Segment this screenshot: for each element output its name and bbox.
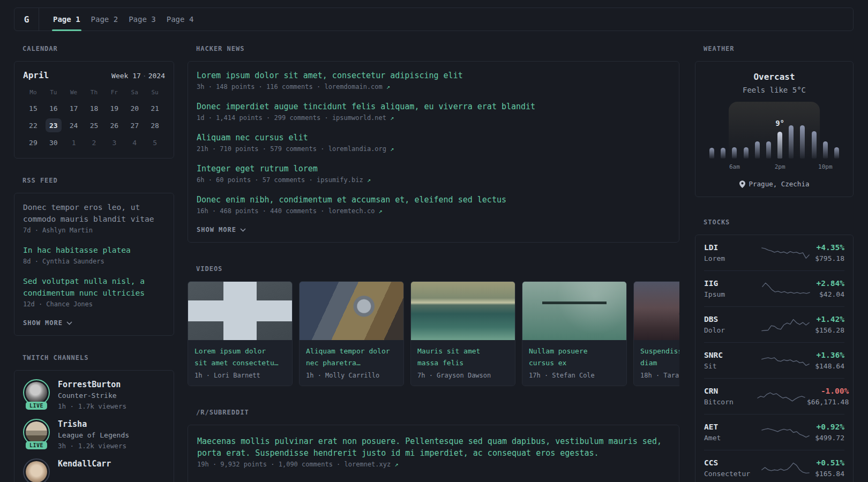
hackernews-item-domain[interactable]: loremtech.co (328, 207, 375, 215)
subreddit-item-title[interactable]: Maecenas mollis pulvinar erat non posuer… (197, 435, 670, 459)
weather-condition: Overcast (705, 71, 843, 83)
hackernews-item: Integer eget rutrum lorem 6h · 60 points… (197, 163, 670, 184)
external-link-icon[interactable]: ↗ (390, 114, 394, 122)
twitch-avatar-wrap: LIVE (23, 379, 50, 406)
nav-tab[interactable]: Page 4 (161, 8, 199, 31)
weather-time-label: 2pm (775, 163, 785, 170)
weather-temp-bar (823, 141, 828, 159)
video-meta: 17h · Stefan Cole (529, 372, 620, 379)
hackernews-item-domain[interactable]: ipsumify.biz (317, 176, 363, 184)
hackernews-item-domain[interactable]: loremlandia.org (328, 145, 386, 153)
rss-item-title[interactable]: In hac habitasse platea (23, 244, 165, 256)
avatar (26, 461, 47, 482)
hackernews-item-domain[interactable]: loremdomain.com (324, 83, 382, 91)
stock-symbol: LDI (704, 242, 755, 253)
hackernews-item-title[interactable]: Aliquam nec cursus elit (197, 132, 670, 144)
rss-show-more-button[interactable]: SHOW MORE (23, 319, 72, 327)
stock-name: Ipsum (704, 289, 755, 300)
video-card[interactable]: Aliquam tempor dolor nec pharetra… 1h · … (299, 281, 404, 386)
stock-row[interactable]: SNRC Sit +1.36% $148.64 (704, 342, 844, 378)
calendar-widget: CALENDAR April Week 17·2024 Mo Tu We (14, 45, 174, 159)
calendar-day: 29 (23, 135, 43, 149)
video-card[interactable]: Mauris sit amet massa felis 7h · Grayson… (410, 281, 515, 386)
twitch-channel-category: Counter-Strike (58, 390, 126, 401)
weather-temp-bar (789, 125, 794, 159)
stock-row[interactable]: CCS Consectetur +0.51% $165.84 (704, 450, 844, 482)
hackernews-item-stats: 6h · 60 points · 57 comments · (197, 176, 313, 184)
separator-dot: · (143, 72, 147, 80)
twitch-card: LIVE ForrestBurton Counter-Strike 1h · 1… (14, 370, 174, 482)
stock-name: Lorem (704, 253, 755, 264)
external-link-icon[interactable]: ↗ (394, 461, 398, 468)
calendar-grid: Mo Tu We Th Fr Sa Su (23, 89, 165, 149)
stock-row[interactable]: IIG Ipsum +2.84% $42.04 (704, 270, 844, 306)
stock-id: CCS Consectetur (704, 457, 755, 479)
external-link-icon[interactable]: ↗ (367, 176, 371, 184)
weather-time-label: 10pm (818, 163, 833, 170)
video-row: Lorem ipsum dolor sit amet consectetu… 1… (188, 281, 679, 386)
hackernews-item-title[interactable]: Lorem ipsum dolor sit amet, consectetur … (197, 70, 670, 81)
calendar-week: Week 17 (111, 72, 141, 80)
calendar-day: 21 (145, 101, 165, 115)
hackernews-item-title[interactable]: Donec imperdiet augue tincidunt felis al… (197, 101, 670, 112)
stock-values: -1.00% $66,171.48 (807, 385, 849, 408)
weather-hour-column (717, 109, 729, 159)
chevron-down-icon (66, 321, 72, 325)
stock-id: SNRC Sit (704, 349, 755, 372)
avatar-ring (23, 458, 50, 482)
rss-item-title[interactable]: Sed volutpat nulla nisl, a condimentum n… (23, 275, 165, 299)
videos-widget-label: VIDEOS (196, 265, 679, 273)
calendar-day: 19 (104, 101, 124, 115)
video-meta: 7h · Grayson Dawson (417, 372, 508, 379)
middle-column: HACKER NEWS Lorem ipsum dolor sit amet, … (188, 45, 679, 482)
calendar-day: 23 (43, 118, 64, 132)
live-badge: LIVE (26, 402, 47, 410)
stock-row[interactable]: CRN Bitcorn -1.00% $66,171.48 (704, 378, 844, 414)
external-link-icon[interactable]: ↗ (386, 83, 390, 91)
weather-hour-column (706, 109, 717, 159)
stock-sparkline (755, 279, 817, 298)
stock-row[interactable]: DBS Dolor +1.42% $156.28 (704, 306, 844, 342)
subreddit-widget: /R/SUBREDDIT Maecenas mollis pulvinar er… (188, 409, 679, 482)
stock-change: +0.92% (815, 421, 844, 433)
twitch-channel[interactable]: LIVE Trisha League of Legends 3h · 1.2k … (23, 419, 165, 451)
subreddit-item-domain[interactable]: loremnet.xyz (345, 461, 391, 468)
video-title: Suspendisse diam (640, 345, 679, 369)
app-logo[interactable]: G (14, 8, 39, 31)
stock-values: +1.42% $156.28 (815, 313, 844, 336)
hackernews-item-title[interactable]: Donec enim nibh, condimentum et accumsan… (197, 194, 670, 206)
nav-tab[interactable]: Page 2 (86, 8, 124, 31)
video-card[interactable]: Lorem ipsum dolor sit amet consectetu… 1… (188, 281, 293, 386)
stock-row[interactable]: AET Amet +0.92% $499.72 (704, 414, 844, 450)
twitch-channel[interactable]: LIVE KendallCarr (23, 458, 165, 482)
stock-id: DBS Dolor (704, 313, 755, 336)
nav-tab[interactable]: Page 1 (48, 8, 86, 31)
twitch-channel-name: ForrestBurton (58, 379, 126, 390)
current-temp-label: 9° (775, 119, 784, 127)
nav-tab[interactable]: Page 3 (123, 8, 161, 31)
calendar-day: 18 (84, 101, 104, 115)
subreddit-card: Maecenas mollis pulvinar erat non posuer… (188, 425, 679, 482)
stock-sparkline (755, 315, 815, 334)
rss-card: Donec tempor eros leo, ut commodo mauris… (14, 193, 174, 336)
weather-hour-column (809, 109, 820, 159)
rss-item-meta: 12d · Chance Jones (23, 300, 165, 308)
video-card[interactable]: Suspendisse diam 18h · Tara (633, 281, 679, 386)
rss-item-meta: 8d · Cynthia Saunders (23, 257, 165, 266)
external-link-icon[interactable]: ↗ (390, 145, 394, 153)
sparkline-chart (760, 351, 811, 370)
hackernews-show-more-button[interactable]: SHOW MORE (197, 226, 246, 234)
stock-row[interactable]: LDI Lorem +4.35% $795.18 (704, 235, 844, 270)
weather-chart: 6am (706, 109, 842, 159)
video-card[interactable]: Nullam posuere cursus ex 17h · Stefan Co… (522, 281, 627, 386)
rss-item-title[interactable]: Donec tempor eros leo, ut commodo mauris… (23, 201, 165, 225)
external-link-icon[interactable]: ↗ (379, 207, 383, 215)
twitch-avatar-wrap: LIVE (23, 419, 50, 446)
twitch-channel[interactable]: LIVE ForrestBurton Counter-Strike 1h · 1… (23, 379, 165, 411)
weather-temp-bar (800, 125, 805, 159)
stock-change: +1.36% (815, 349, 844, 361)
calendar-day: 2 (84, 135, 104, 149)
hackernews-item-title[interactable]: Integer eget rutrum lorem (197, 163, 670, 175)
hackernews-item-domain[interactable]: ipsumworld.net (332, 114, 386, 122)
sparkline-chart (760, 243, 811, 262)
